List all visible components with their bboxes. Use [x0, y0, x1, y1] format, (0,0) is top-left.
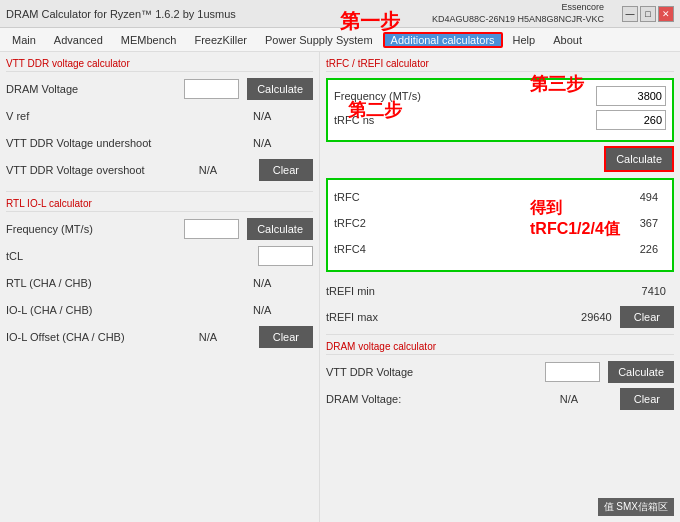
system-info: Essencore KD4AGU88C-26N19 H5AN8G8NCJR-VK… [432, 2, 604, 25]
menu-bar: Main Advanced MEMbench FreezKiller Power… [0, 28, 680, 52]
rtl-cha-chb-row: RTL (CHA / CHB) N/A [6, 272, 313, 294]
trefi-min-row: tREFI min 7410 [326, 280, 674, 302]
vtt-overshoot-label: VTT DDR Voltage overshoot [6, 164, 199, 176]
dram-volt-clear-button[interactable]: Clear [620, 388, 674, 410]
right-panel: tRFC / tREFI calculator Frequency (MT/s)… [320, 52, 680, 522]
dram-voltage-input[interactable] [184, 79, 239, 99]
trfc2-result-label: tRFC2 [334, 217, 586, 229]
minimize-button[interactable]: — [622, 6, 638, 22]
trfc-calculate-button[interactable]: Calculate [604, 146, 674, 172]
rtl-freq-input[interactable] [184, 219, 239, 239]
trefi-min-value: 7410 [594, 285, 674, 297]
trfc-result-section: tRFC 494 tRFC2 367 tRFC4 226 [326, 178, 674, 272]
dram-volt-calculate-button[interactable]: Calculate [608, 361, 674, 383]
rtl-section-title: RTL IO-L calculator [6, 198, 313, 212]
right-dram-volt-label: DRAM Voltage: [326, 393, 560, 405]
dram-voltage-label: DRAM Voltage [6, 83, 184, 95]
trefi-max-value: 29640 [540, 311, 620, 323]
main-window: DRAM Calculator for Ryzen™ 1.6.2 by 1usm… [0, 0, 680, 522]
vtt-section-title: VTT DDR voltage calculator [6, 58, 313, 72]
right-vtt-input[interactable] [545, 362, 600, 382]
menu-membench[interactable]: MEMbench [113, 32, 185, 48]
trfc-ns-row: tRFC ns [334, 110, 666, 130]
right-vtt-row: VTT DDR Voltage Calculate [326, 361, 674, 383]
trfc-freq-row: Frequency (MT/s) [334, 86, 666, 106]
trefi-min-label: tREFI min [326, 285, 594, 297]
rtl-tcl-label: tCL [6, 250, 258, 262]
trefi-max-label: tREFI max [326, 311, 540, 323]
rtl-tcl-row: tCL [6, 245, 313, 267]
rtl-clear-button[interactable]: Clear [259, 326, 313, 348]
vref-label: V ref [6, 110, 253, 122]
maximize-button[interactable]: □ [640, 6, 656, 22]
window-title: DRAM Calculator for Ryzen™ 1.6.2 by 1usm… [6, 8, 236, 20]
vref-row: V ref N/A [6, 105, 313, 127]
vtt-overshoot-value: N/A [199, 164, 259, 176]
right-dram-volt-row: DRAM Voltage: N/A Clear [326, 388, 674, 410]
menu-advanced[interactable]: Advanced [46, 32, 111, 48]
trfc-result-label: tRFC [334, 191, 586, 203]
rtl-tcl-input[interactable] [258, 246, 313, 266]
menu-freezkiller[interactable]: FreezKiller [186, 32, 255, 48]
title-bar: DRAM Calculator for Ryzen™ 1.6.2 by 1usm… [0, 0, 680, 28]
trfc-result-row: tRFC 494 [334, 186, 666, 208]
rtl-cha-chb-value: N/A [253, 277, 313, 289]
iol-offset-value: N/A [199, 331, 259, 343]
vtt-calculate-button[interactable]: Calculate [247, 78, 313, 100]
watermark: 值 SMX信箱区 [598, 498, 674, 516]
content-area: VTT DDR voltage calculator DRAM Voltage … [0, 52, 680, 522]
trfc4-result-label: tRFC4 [334, 243, 586, 255]
trfc4-result-value: 226 [586, 243, 666, 255]
close-button[interactable]: ✕ [658, 6, 674, 22]
trefi-max-row: tREFI max 29640 Clear [326, 306, 674, 328]
trfc-freq-input[interactable] [596, 86, 666, 106]
vref-value: N/A [253, 110, 313, 122]
menu-help[interactable]: Help [505, 32, 544, 48]
left-panel: VTT DDR voltage calculator DRAM Voltage … [0, 52, 320, 522]
trfc-section-title: tRFC / tREFI calculator [326, 58, 674, 72]
window-controls: — □ ✕ [622, 6, 674, 22]
trfc-input-section: Frequency (MT/s) tRFC ns [326, 78, 674, 142]
rtl-freq-label: Frequency (MT/s) [6, 223, 184, 235]
vtt-undershoot-row: VTT DDR Voltage undershoot N/A [6, 132, 313, 154]
rtl-freq-row: Frequency (MT/s) Calculate [6, 218, 313, 240]
rtl-calculate-button[interactable]: Calculate [247, 218, 313, 240]
iol-cha-chb-row: IO-L (CHA / CHB) N/A [6, 299, 313, 321]
vtt-section: VTT DDR voltage calculator DRAM Voltage … [6, 58, 313, 181]
trfc2-result-row: tRFC2 367 [334, 212, 666, 234]
rtl-cha-chb-label: RTL (CHA / CHB) [6, 277, 253, 289]
trfc-ns-label: tRFC ns [334, 114, 596, 126]
trfc-ns-input[interactable] [596, 110, 666, 130]
dram-volt-section-title: DRAM voltage calculator [326, 341, 674, 355]
trfc-freq-label: Frequency (MT/s) [334, 90, 596, 102]
menu-power-supply[interactable]: Power Supply System [257, 32, 381, 48]
rtl-section: RTL IO-L calculator Frequency (MT/s) Cal… [6, 198, 313, 348]
right-vtt-label: VTT DDR Voltage [326, 366, 545, 378]
vtt-clear-button[interactable]: Clear [259, 159, 313, 181]
menu-about[interactable]: About [545, 32, 590, 48]
iol-cha-chb-label: IO-L (CHA / CHB) [6, 304, 253, 316]
dram-voltage-row: DRAM Voltage Calculate [6, 78, 313, 100]
iol-offset-row: IO-L Offset (CHA / CHB) N/A Clear [6, 326, 313, 348]
iol-offset-label: IO-L Offset (CHA / CHB) [6, 331, 199, 343]
vtt-overshoot-row: VTT DDR Voltage overshoot N/A Clear [6, 159, 313, 181]
trfc-result-value: 494 [586, 191, 666, 203]
trefi-clear-button[interactable]: Clear [620, 306, 674, 328]
trfc2-result-value: 367 [586, 217, 666, 229]
vtt-undershoot-label: VTT DDR Voltage undershoot [6, 137, 253, 149]
menu-additional-calculators[interactable]: Additional calculators [383, 32, 503, 48]
iol-cha-chb-value: N/A [253, 304, 313, 316]
right-dram-volt-value: N/A [560, 393, 620, 405]
vtt-undershoot-value: N/A [253, 137, 313, 149]
menu-main[interactable]: Main [4, 32, 44, 48]
trfc4-result-row: tRFC4 226 [334, 238, 666, 260]
